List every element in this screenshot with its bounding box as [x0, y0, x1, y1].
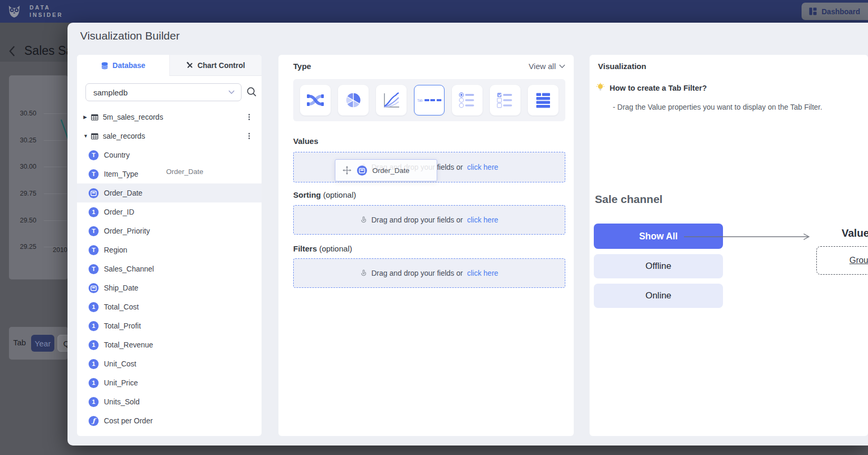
move-icon [342, 166, 352, 175]
field-row[interactable]: T Order_Priority [77, 221, 262, 240]
chart-type-tab-filter[interactable]: Tab [414, 85, 445, 115]
chart-type-checkbox-filter[interactable] [490, 85, 520, 115]
radio-list-icon [457, 90, 478, 111]
chart-type-line[interactable] [376, 85, 407, 115]
top-navbar: DATA INSIDER Dashboard [0, 0, 868, 23]
tools-icon [186, 62, 194, 69]
field-name: Ship_Date [104, 284, 138, 292]
annotation-arrow [683, 231, 815, 243]
number-field-icon: 1 [89, 378, 99, 388]
kebab-menu-icon[interactable] [245, 113, 253, 123]
caret-down-icon[interactable]: ▼ [83, 133, 90, 139]
period-tab-year[interactable]: Year [31, 335, 54, 352]
chart-type-strip: Tab [293, 79, 565, 121]
database-panel: Database Chart Control sampledb [77, 55, 262, 436]
database-icon [101, 62, 109, 70]
table-name: sale_records [103, 132, 145, 140]
number-field-icon: 1 [89, 321, 99, 331]
drag-ghost-label: Order_Date [166, 168, 204, 176]
table-icon [91, 113, 99, 121]
click-here-link[interactable]: click here [467, 269, 498, 277]
owl-logo-icon [6, 3, 22, 21]
filters-section-label: Filters (optional) [293, 244, 352, 253]
field-row[interactable]: 1 Total_Revenue [77, 335, 262, 354]
field-row[interactable]: 1 Order_ID [77, 202, 262, 221]
back-chevron-icon[interactable] [7, 45, 17, 59]
visualization-panel: Visualization How to create a Tab Filter… [590, 55, 868, 436]
pie-chart-icon [343, 90, 364, 111]
field-name: Order_ID [104, 208, 134, 216]
preview-button-online[interactable]: Online [594, 284, 723, 308]
chart-type-pie[interactable] [338, 85, 369, 115]
preview-button-offline[interactable]: Offline [594, 254, 723, 278]
text-field-icon: T [89, 226, 99, 236]
view-all-button[interactable]: View all [529, 62, 565, 71]
field-row[interactable]: ƒ Cost per Order [77, 411, 262, 430]
click-here-link[interactable]: click here [467, 216, 498, 224]
field-name: Order_Date [104, 189, 142, 197]
caret-right-icon[interactable]: ▶ [83, 114, 90, 120]
number-field-icon: 1 [89, 397, 99, 407]
filters-dropzone[interactable]: Drag and drop your fields or click here [293, 258, 565, 288]
text-field-icon: T [89, 169, 99, 179]
background-chart-card: 30.50 30.25 30.00 29.75 29.50 29.25 2010 [9, 75, 68, 279]
field-row[interactable]: T Sales_Channel [77, 259, 262, 278]
database-select-value: sampledb [93, 88, 128, 97]
field-row[interactable]: 1 Unit_Cost [77, 354, 262, 373]
visualization-section-label: Visualization [598, 62, 646, 71]
field-row[interactable]: 1 Units_Sold [77, 392, 262, 411]
field-name: Unit_Price [104, 379, 138, 387]
sorting-dropzone[interactable]: Drag and drop your fields or click here [293, 205, 565, 235]
text-field-icon: T [89, 264, 99, 274]
background-period-tabs: Tab Year Qu [9, 327, 68, 360]
tab-chart-control[interactable]: Chart Control [169, 55, 262, 76]
tab-chart-control-label: Chart Control [197, 61, 245, 70]
dragged-field-chip[interactable]: Order_Date [335, 159, 437, 181]
chart-type-sankey[interactable] [300, 85, 331, 115]
field-name: Units_Sold [104, 398, 140, 406]
tab-database-label: Database [112, 61, 145, 70]
field-row[interactable]: Ship_Date [77, 278, 262, 297]
field-name: Region [104, 246, 127, 254]
chart-type-radio-filter[interactable] [452, 85, 483, 115]
field-name: Unit_Cost [104, 360, 136, 368]
background-page-title: Sales Sa [24, 44, 73, 58]
field-row[interactable]: 1 Unit_Price [77, 373, 262, 392]
drag-hand-icon [360, 216, 367, 224]
group-drop-target[interactable]: Group [816, 246, 868, 275]
chart-type-table[interactable] [528, 85, 558, 115]
click-here-link[interactable]: click here [467, 163, 498, 171]
table-row[interactable]: ▶ 5m_sales_records [77, 108, 262, 127]
search-icon[interactable] [246, 86, 257, 99]
field-row[interactable]: 1 Total_Cost [77, 297, 262, 316]
kebab-menu-icon[interactable] [245, 132, 253, 142]
field-row-selected[interactable]: Order_Date [77, 183, 262, 202]
modal-title: Visualization Builder [80, 30, 180, 42]
tab-database[interactable]: Database [77, 55, 169, 76]
database-select[interactable]: sampledb [85, 83, 242, 101]
brand-logo-text: DATA INSIDER [30, 4, 63, 18]
field-row[interactable]: T Country [77, 146, 262, 164]
table-row[interactable]: ▼ sale_records [77, 127, 262, 146]
date-field-icon [89, 283, 99, 293]
table-name: 5m_sales_records [103, 113, 163, 121]
lightbulb-icon [596, 83, 605, 94]
field-row[interactable]: T Region [77, 240, 262, 259]
table-chart-icon [533, 90, 554, 111]
field-row[interactable]: 1 Total_Profit [77, 316, 262, 335]
chevron-down-icon [228, 90, 235, 94]
dashboard-button-label: Dashboard [822, 7, 860, 16]
number-field-icon: 1 [89, 302, 99, 312]
sankey-chart-icon [305, 90, 326, 111]
dropzone-hint: Drag and drop your fields or [371, 216, 463, 224]
field-name: Country [104, 151, 130, 159]
number-field-icon: 1 [89, 207, 99, 217]
preview-heading: Sale channel [595, 193, 662, 206]
value-annotation-label: Value [842, 227, 868, 239]
field-name: Order_Priority [104, 227, 150, 235]
table-icon [91, 132, 99, 140]
group-label: Group [850, 256, 868, 265]
dashboard-button[interactable]: Dashboard [802, 3, 868, 20]
field-name: Cost per Order [104, 417, 153, 425]
text-field-icon: T [89, 245, 99, 255]
